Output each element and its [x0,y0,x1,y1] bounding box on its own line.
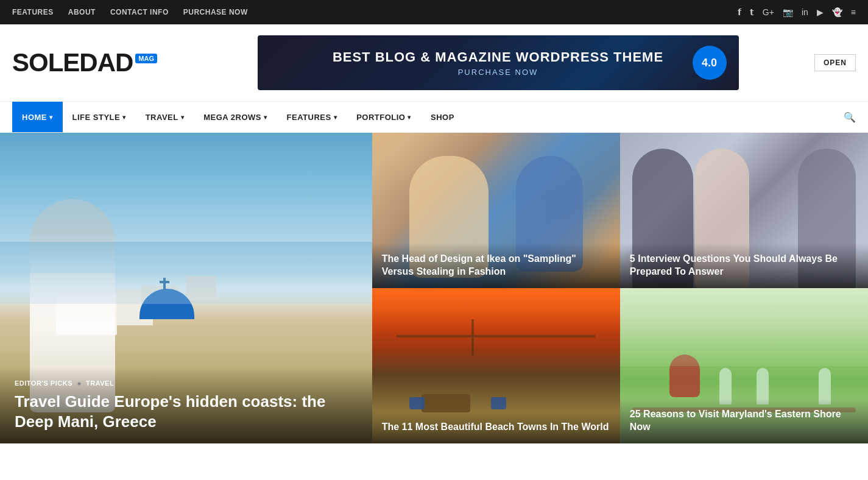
main-nav: HOME ▾ LIFE STYLE ▾ TRAVEL ▾ MEGA 2ROWS … [0,101,868,133]
hero-fashion-article[interactable]: The Head of Design at Ikea on "Sampling"… [372,133,620,288]
hero-grid: Editor's Picks ◆ Travel Travel Guide Eur… [0,133,868,443]
social-icons: 𝗳 𝘁 G+ 📷 in ▶ 👻 ≡ [738,7,856,17]
mega2rows-chevron-icon: ▾ [264,114,267,121]
maryland-overlay: 25 Reasons to Visit Maryland's Eastern S… [620,398,868,443]
instagram-icon[interactable]: 📷 [783,7,793,17]
topnav-about[interactable]: ABOUT [68,8,96,16]
nav-lifestyle[interactable]: LIFE STYLE ▾ [63,102,136,132]
youtube-icon[interactable]: ▶ [817,7,824,17]
home-chevron-icon: ▾ [49,114,53,121]
hero-main-overlay: Editor's Picks ◆ Travel Travel Guide Eur… [0,367,372,443]
logo-badge: MAG [135,54,157,63]
interview-title[interactable]: 5 Interview Questions You Should Always … [630,253,858,278]
nav-mega2rows[interactable]: MEGA 2ROWS ▾ [194,102,277,132]
lifestyle-chevron-icon: ▾ [122,114,126,121]
top-bar: FEATURES ABOUT CONTACT INFO PURCHASE NOW… [0,0,868,24]
hero-tag-editors-picks[interactable]: Editor's Picks [15,379,72,387]
fashion-title[interactable]: The Head of Design at Ikea on "Sampling"… [382,253,610,278]
hero-tag-travel[interactable]: Travel [86,379,114,387]
tag-separator: ◆ [77,381,81,386]
topnav-contact[interactable]: CONTACT INFO [110,8,169,16]
hero-tags: Editor's Picks ◆ Travel [15,379,358,387]
google-plus-icon[interactable]: G+ [763,7,774,17]
nav-shop[interactable]: SHOP [421,102,464,132]
beach-title[interactable]: The 11 Most Beautiful Beach Towns In The… [382,421,610,434]
ad-version-badge: 4.0 [693,46,727,80]
ad-banner-text: BEST BLOG & MAGAZINE WORDPRESS THEME PUR… [333,49,663,77]
nav-items: HOME ▾ LIFE STYLE ▾ TRAVEL ▾ MEGA 2ROWS … [12,102,464,132]
top-nav-links: FEATURES ABOUT CONTACT INFO PURCHASE NOW [12,8,248,16]
portfolio-chevron-icon: ▾ [408,114,411,121]
rss-icon[interactable]: ≡ [851,7,856,17]
features-chevron-icon: ▾ [334,114,337,121]
topnav-features[interactable]: FEATURES [12,8,54,16]
nav-features[interactable]: FEATURES ▾ [277,102,347,132]
interview-overlay: 5 Interview Questions You Should Always … [620,243,868,288]
snapchat-icon[interactable]: 👻 [832,7,842,17]
nav-home[interactable]: HOME ▾ [12,102,63,132]
fashion-overlay: The Head of Design at Ikea on "Sampling"… [372,243,620,288]
logo-text: SOLEDAD [12,50,133,76]
hero-main-title[interactable]: Travel Guide Europe's hidden coasts: the… [15,392,358,431]
travel-chevron-icon: ▾ [181,114,185,121]
facebook-icon[interactable]: 𝗳 [738,7,741,17]
search-icon[interactable]: 🔍 [844,111,856,123]
open-button[interactable]: OPEN [814,54,856,71]
beach-overlay: The 11 Most Beautiful Beach Towns In The… [372,411,620,443]
site-header: SOLEDAD MAG BEST BLOG & MAGAZINE WORDPRE… [0,24,868,101]
hero-maryland-article[interactable]: 25 Reasons to Visit Maryland's Eastern S… [620,288,868,443]
logo[interactable]: SOLEDAD MAG [12,50,157,76]
ad-sub-text: PURCHASE NOW [333,68,663,77]
hero-main-article[interactable]: Editor's Picks ◆ Travel Travel Guide Eur… [0,133,372,443]
maryland-title[interactable]: 25 Reasons to Visit Maryland's Eastern S… [630,408,858,434]
ad-banner[interactable]: BEST BLOG & MAGAZINE WORDPRESS THEME PUR… [258,35,739,90]
sea-overlay [0,242,372,304]
hero-interview-article[interactable]: 5 Interview Questions You Should Always … [620,133,868,288]
hero-beach-article[interactable]: The 11 Most Beautiful Beach Towns In The… [372,288,620,443]
nav-portfolio[interactable]: PORTFOLIO ▾ [347,102,421,132]
topnav-purchase[interactable]: PURCHASE NOW [183,8,248,16]
twitter-icon[interactable]: 𝘁 [750,7,754,17]
nav-travel[interactable]: TRAVEL ▾ [136,102,194,132]
linkedin-icon[interactable]: in [802,7,808,17]
ad-main-text: BEST BLOG & MAGAZINE WORDPRESS THEME [333,49,663,65]
